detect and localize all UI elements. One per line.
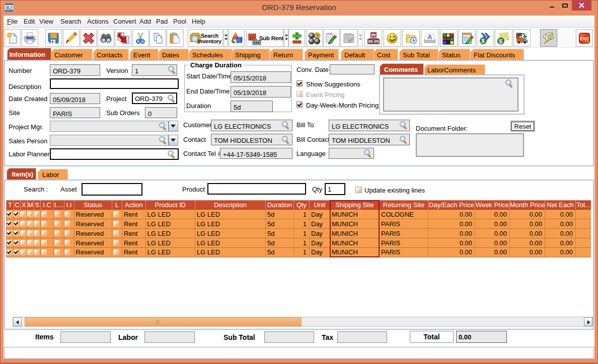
svg-text:A: A [427, 34, 432, 41]
svg-text:$: $ [499, 38, 502, 44]
svg-text:EXIT: EXIT [580, 36, 589, 41]
svg-text:?: ? [316, 33, 319, 38]
svg-text:$: $ [481, 38, 484, 44]
svg-text:12: 12 [345, 36, 350, 40]
